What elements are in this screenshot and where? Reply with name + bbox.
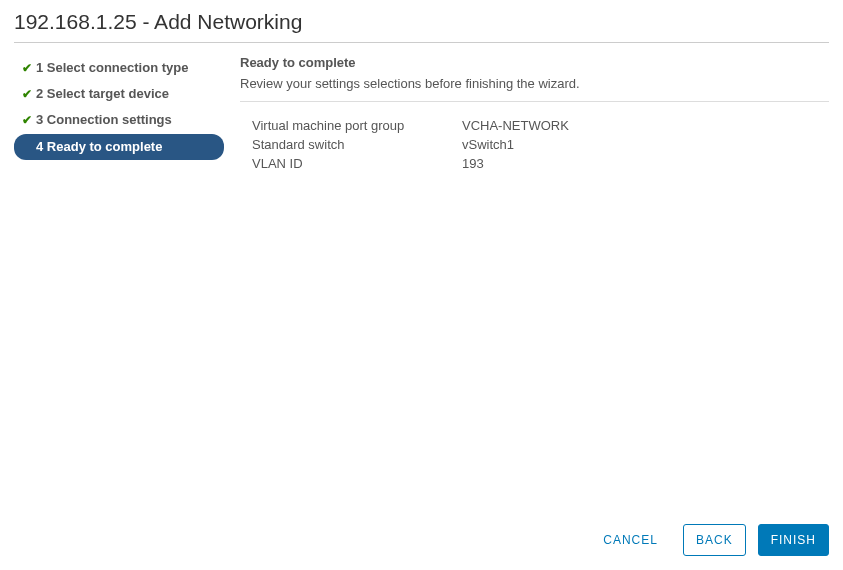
summary-value: vSwitch1 [462, 137, 514, 152]
dialog-footer: CANCEL BACK FINISH [14, 514, 829, 556]
summary-key: Standard switch [252, 137, 462, 152]
summary-row: Virtual machine port group VCHA-NETWORK [252, 116, 829, 135]
wizard-step-4[interactable]: ✔ 4 Ready to complete [14, 134, 224, 160]
wizard-step-2[interactable]: ✔ 2 Select target device [14, 81, 224, 107]
wizard-step-3[interactable]: ✔ 3 Connection settings [14, 107, 224, 133]
wizard-step-label: 4 Ready to complete [36, 138, 162, 156]
wizard-step-label: 3 Connection settings [36, 111, 172, 129]
summary-table: Virtual machine port group VCHA-NETWORK … [240, 102, 829, 173]
wizard-step-1[interactable]: ✔ 1 Select connection type [14, 55, 224, 81]
wizard-step-label: 2 Select target device [36, 85, 169, 103]
finish-button[interactable]: FINISH [758, 524, 829, 556]
wizard-content: Ready to complete Review your settings s… [234, 43, 829, 514]
summary-row: VLAN ID 193 [252, 154, 829, 173]
back-button[interactable]: BACK [683, 524, 746, 556]
step-description: Review your settings selections before f… [240, 76, 829, 102]
check-icon: ✔ [22, 60, 36, 77]
cancel-button[interactable]: CANCEL [590, 524, 671, 556]
summary-key: VLAN ID [252, 156, 462, 171]
step-title: Ready to complete [240, 55, 829, 70]
check-icon: ✔ [22, 86, 36, 103]
check-icon: ✔ [22, 112, 36, 129]
summary-value: 193 [462, 156, 484, 171]
wizard-sidebar: ✔ 1 Select connection type ✔ 2 Select ta… [14, 43, 234, 514]
summary-value: VCHA-NETWORK [462, 118, 569, 133]
summary-key: Virtual machine port group [252, 118, 462, 133]
dialog-title: 192.168.1.25 - Add Networking [14, 8, 829, 43]
wizard-step-label: 1 Select connection type [36, 59, 188, 77]
summary-row: Standard switch vSwitch1 [252, 135, 829, 154]
